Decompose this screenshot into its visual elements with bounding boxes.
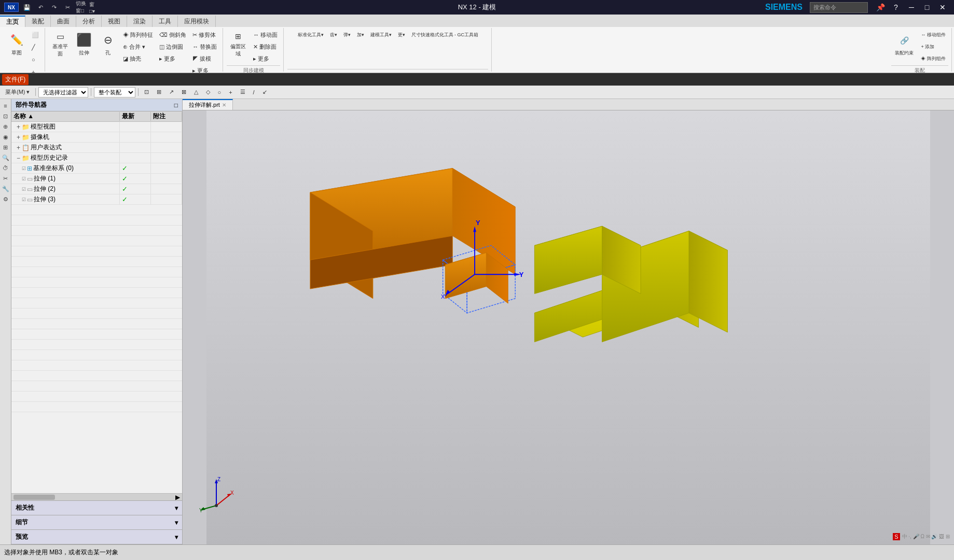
snap-btn10[interactable]: / — [250, 88, 258, 97]
minimize-button[interactable]: ─ — [904, 2, 919, 13]
sketch-btn[interactable]: ✏️ 草图 — [5, 29, 28, 59]
std-btn7[interactable]: 尺寸快速格式化工具 - GC工具箱 — [409, 29, 481, 40]
edge-blend-btn[interactable]: ◫ 边倒圆 — [157, 41, 189, 52]
panel-detail[interactable]: 细节 ▾ — [11, 515, 182, 530]
pattern-component-btn[interactable]: ◈ 阵列组件 — [918, 53, 948, 64]
filter-select[interactable]: 无选择过滤器 — [38, 87, 88, 97]
quick-window[interactable]: 窗□▾ — [89, 2, 100, 12]
menu-file[interactable]: 文件(F) — [2, 74, 29, 85]
chamfer-btn[interactable]: ⌫ 倒斜角 — [157, 29, 189, 40]
tab-assembly[interactable]: 装配 — [25, 16, 51, 27]
viewport-tab[interactable]: 拉伸详解.prt ✕ — [183, 99, 233, 110]
snap-btn11[interactable]: ↙ — [259, 87, 270, 97]
help-icon[interactable]: ? — [889, 2, 903, 13]
more-features-btn[interactable]: ▸ 更多 — [157, 53, 189, 64]
combine-btn[interactable]: ⊕ 合并 ▾ — [120, 41, 156, 52]
tab-render[interactable]: 渲染 — [127, 16, 153, 27]
std-btn3[interactable]: 弹▾ — [341, 29, 353, 40]
shell-btn[interactable]: ◪ 抽壳 — [120, 53, 156, 64]
tab-view[interactable]: 视图 — [102, 16, 127, 27]
nav-row-expression[interactable]: + 📋 用户表达式 — [11, 143, 182, 153]
move-face-sm-btn[interactable]: ↔ 移动面 — [251, 29, 280, 40]
quick-cut[interactable]: ✂ — [62, 2, 73, 12]
lt-icon6[interactable]: 🔍 — [1, 153, 10, 162]
more-sync-btn[interactable]: ▸ 更多 — [251, 53, 280, 64]
nav-row-camera[interactable]: + 📁 摄像机 — [11, 132, 182, 143]
axes-indicator: Z X Y — [198, 477, 234, 513]
snap-btn9[interactable]: ☰ — [237, 87, 248, 97]
scroll-right-btn[interactable]: ▶ — [173, 494, 182, 501]
trim-body-btn[interactable]: ✂ 修剪体 — [190, 29, 219, 40]
rect-btn[interactable]: ⬜ — [29, 29, 42, 40]
panel-preview[interactable]: 预览 ▾ — [11, 530, 182, 544]
tab-analysis[interactable]: 分析 — [76, 16, 102, 27]
vp-tab-close[interactable]: ✕ — [222, 102, 226, 108]
replace-face-btn[interactable]: ↔ 替换面 — [190, 41, 219, 52]
pattern-feature-btn[interactable]: ◈ 阵列特征 — [120, 29, 156, 40]
move-face-btn[interactable]: ⊞ 偏置区域 — [227, 29, 250, 59]
panel-related[interactable]: 相关性 ▾ — [11, 501, 182, 515]
delete-face-btn[interactable]: ✕ 删除面 — [251, 41, 280, 52]
pin-icon[interactable]: 📌 — [873, 2, 888, 13]
lt-icon1[interactable]: ≡ — [1, 101, 10, 110]
tab-home[interactable]: 主页 — [0, 16, 25, 27]
scope-select[interactable]: 整个装配 — [94, 87, 135, 97]
search-box[interactable]: 搜索命令 — [810, 2, 868, 13]
move-component-btn[interactable]: ↔ 移动组件 — [918, 29, 948, 40]
nav-row-model-view[interactable]: + 📁 模型视图 — [11, 122, 182, 132]
datum-plane-btn[interactable]: ▭ 基准平面 — [49, 29, 72, 59]
extrude-btn[interactable]: ⬛ 拉伸 — [73, 29, 95, 59]
plus-btn[interactable]: + — [29, 66, 42, 73]
snap-btn1[interactable]: ⊡ — [141, 87, 152, 97]
draft-btn[interactable]: ◤ 拔模 — [190, 53, 219, 64]
snap-btn6[interactable]: ◇ — [203, 87, 213, 97]
hole-label: 孔 — [105, 49, 110, 57]
lt-icon4[interactable]: ◉ — [1, 132, 10, 142]
quick-switch-window[interactable]: 切换窗□ — [76, 2, 86, 12]
assembly-constraint-btn[interactable]: 🔗 装配约束 — [891, 29, 917, 59]
lt-icon9[interactable]: 🔧 — [1, 184, 10, 193]
nav-row-extrude1[interactable]: ☑ ▭ 拉伸 (1) ✓ — [11, 174, 182, 184]
nav-row-extrude3[interactable]: ☑ ▭ 拉伸 (3) ✓ — [11, 194, 182, 205]
3d-scene[interactable]: Y Y X — [183, 110, 954, 544]
lt-icon5[interactable]: ⊞ — [1, 143, 10, 152]
nav-row-datum[interactable]: ☑ ⊞ 基准坐标系 (0) ✓ — [11, 163, 182, 174]
menu-btn[interactable]: 菜单(M)▾ — [2, 87, 33, 97]
nav-row-history[interactable]: − 📁 模型历史记录 — [11, 153, 182, 163]
quick-save[interactable]: 💾 — [22, 2, 32, 12]
quick-undo[interactable]: ↶ — [35, 2, 46, 12]
lt-icon10[interactable]: ⚙ — [1, 194, 10, 204]
snap-btn2[interactable]: ⊞ — [154, 87, 164, 97]
line-btn[interactable]: ╱ — [29, 41, 42, 53]
nav-empty18 — [11, 381, 182, 391]
std-btn5[interactable]: 建模工具▾ — [368, 29, 394, 40]
tab-surface[interactable]: 曲面 — [51, 16, 76, 27]
snap-btn4[interactable]: ⊠ — [178, 87, 189, 97]
more2-btn[interactable]: ▸ 更多 — [190, 65, 219, 73]
tab-tools[interactable]: 工具 — [153, 16, 178, 27]
std-btn1[interactable]: 标准化工具▾ — [295, 29, 326, 40]
lt-icon8[interactable]: ✂ — [1, 174, 10, 183]
tab-modules[interactable]: 应用模块 — [178, 16, 216, 27]
restore-button[interactable]: □ — [920, 2, 934, 13]
add-component-btn[interactable]: + 添加 — [918, 41, 948, 52]
lt-icon7[interactable]: ⏱ — [1, 163, 10, 173]
std-btn2[interactable]: 齿▾ — [327, 29, 340, 40]
hole-btn[interactable]: ⊖ 孔 — [96, 29, 119, 59]
nav-row-extrude2[interactable]: ☑ ▭ 拉伸 (2) ✓ — [11, 184, 182, 194]
close-button[interactable]: ✕ — [935, 2, 950, 13]
snap-btn8[interactable]: + — [226, 88, 235, 97]
nav-scrollbar[interactable]: ▶ — [11, 493, 182, 500]
quick-redo[interactable]: ↷ — [49, 2, 59, 12]
std-btn6[interactable]: 更▾ — [395, 29, 408, 40]
lt-icon3[interactable]: ⊕ — [1, 122, 10, 131]
navigator-expand[interactable]: □ — [174, 102, 178, 109]
lt-icon2[interactable]: ⊡ — [1, 111, 10, 121]
std-btn4[interactable]: 加▾ — [354, 29, 367, 40]
snap-btn7[interactable]: ○ — [215, 88, 225, 97]
snap-btn3[interactable]: ↗ — [166, 87, 177, 97]
snap-btn5[interactable]: △ — [191, 87, 201, 97]
circle-btn[interactable]: ○ — [29, 54, 42, 65]
expr-cell: + 📋 用户表达式 — [11, 143, 120, 152]
scroll-thumb[interactable] — [13, 495, 55, 500]
